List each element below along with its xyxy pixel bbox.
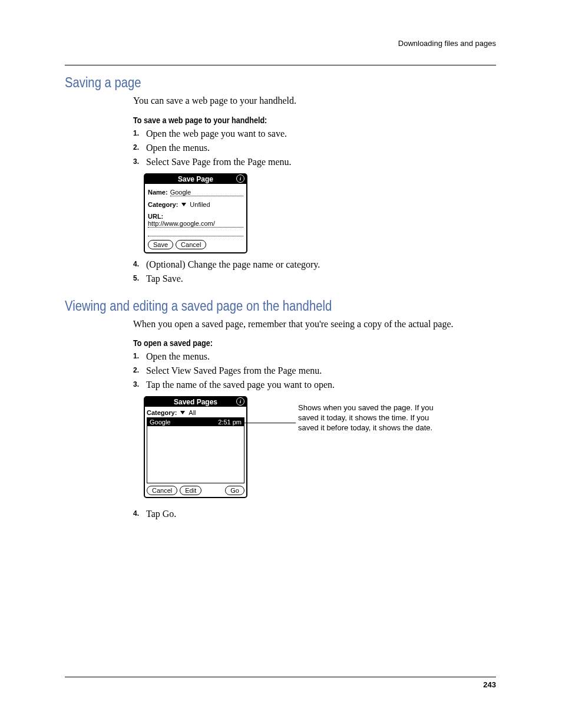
list-item-time: 2:51 pm bbox=[218, 419, 242, 426]
step-item: Tap the name of the saved page you want … bbox=[133, 380, 496, 390]
info-icon[interactable]: i bbox=[236, 397, 244, 406]
dialog-title: Saved Pages bbox=[174, 398, 217, 406]
steps-save-b: (Optional) Change the page name or categ… bbox=[133, 259, 496, 284]
go-button[interactable]: Go bbox=[225, 486, 244, 495]
list-item[interactable]: Google 2:51 pm bbox=[147, 418, 244, 426]
header-breadcrumb: Downloading files and pages bbox=[398, 39, 496, 48]
saved-pages-dialog: Saved Pages i Category: All Google 2: bbox=[144, 396, 247, 498]
url-label: URL: bbox=[148, 213, 243, 220]
save-button[interactable]: Save bbox=[148, 240, 173, 249]
category-value[interactable]: Unfiled bbox=[190, 201, 210, 208]
dialog-title-bar: Saved Pages i bbox=[145, 397, 246, 407]
step-item: Select Save Page from the Page menu. bbox=[133, 157, 496, 167]
name-field[interactable]: Google bbox=[170, 189, 243, 196]
category-label: Category: bbox=[147, 409, 177, 416]
steps-open-b: Tap Go. bbox=[133, 509, 496, 519]
edit-button[interactable]: Edit bbox=[180, 486, 201, 495]
step-item: (Optional) Change the page name or categ… bbox=[133, 259, 496, 270]
page-number: 243 bbox=[483, 680, 496, 689]
saved-pages-list[interactable]: Google 2:51 pm bbox=[147, 417, 244, 483]
intro-paragraph-1: You can save a web page to your handheld… bbox=[133, 94, 496, 107]
cancel-button[interactable]: Cancel bbox=[147, 486, 177, 495]
callout-text: Shows when you saved the page. If you sa… bbox=[298, 403, 439, 433]
url-field[interactable]: http://www.google.com/ bbox=[148, 220, 243, 228]
dropdown-icon[interactable] bbox=[181, 203, 186, 206]
dropdown-icon[interactable] bbox=[180, 411, 185, 414]
list-item-name: Google bbox=[150, 419, 170, 426]
category-value[interactable]: All bbox=[189, 409, 196, 416]
subhead-save: To save a web page to your handheld: bbox=[133, 116, 459, 125]
steps-open-a: Open the menus. Select View Saved Pages … bbox=[133, 351, 496, 390]
save-page-dialog: Save Page i Name: Google Category: Unfil… bbox=[144, 173, 247, 253]
section-heading-viewing: Viewing and editing a saved page on the … bbox=[65, 298, 444, 314]
intro-paragraph-2: When you open a saved page, remember tha… bbox=[133, 318, 496, 331]
step-item: Open the menus. bbox=[133, 351, 496, 362]
section-heading-saving: Saving a page bbox=[65, 75, 444, 91]
step-item: Select View Saved Pages from the Page me… bbox=[133, 365, 496, 376]
step-item: Open the menus. bbox=[133, 143, 496, 153]
url-field-line2[interactable] bbox=[148, 229, 243, 236]
category-label: Category: bbox=[148, 201, 178, 208]
cancel-button[interactable]: Cancel bbox=[176, 240, 206, 249]
step-item: Tap Go. bbox=[133, 509, 496, 519]
name-label: Name: bbox=[148, 189, 168, 196]
dialog-title: Save Page bbox=[178, 175, 213, 183]
bottom-rule bbox=[65, 677, 496, 677]
steps-save-a: Open the web page you want to save. Open… bbox=[133, 129, 496, 167]
top-rule bbox=[65, 65, 496, 65]
step-item: Tap Save. bbox=[133, 274, 496, 284]
dialog-title-bar: Save Page i bbox=[145, 174, 246, 184]
subhead-open: To open a saved page: bbox=[133, 338, 459, 348]
callout-connector bbox=[243, 423, 296, 423]
step-item: Open the web page you want to save. bbox=[133, 129, 496, 139]
info-icon[interactable]: i bbox=[236, 174, 244, 183]
